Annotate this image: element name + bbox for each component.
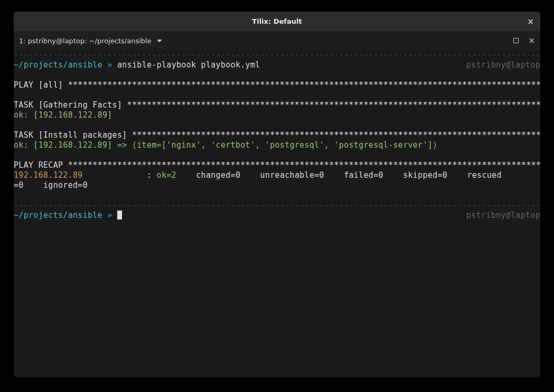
prompt-userhost: pstribny@laptop [466,60,540,70]
terminal-window: Tilix: Default × 1: pstribny@laptop: ~/p… [14,12,540,377]
ok-gathering: ok: [192.168.122.89] [14,110,540,120]
window-titlebar[interactable]: Tilix: Default × [14,12,540,31]
blank-line [14,70,540,80]
prompt-line-1: ~/projects/ansible » ansible-playbook pl… [14,60,540,70]
task-install-header: TASK [Install packages] ****************… [14,130,540,140]
recap-host: 192.168.122.89 [14,170,83,180]
chevron-down-icon[interactable] [157,40,162,42]
ok-install: ok: [192.168.122.89] => (item=['nginx', … [14,140,540,150]
command-text: ansible-playbook playbook.yml [117,60,260,70]
recap-header: PLAY RECAP *****************************… [14,160,540,170]
tab-title-text: 1: pstribny@laptop: ~/projects/ansible [19,37,152,45]
window-title: Tilix: Default [252,17,302,25]
prompt-line-2: ~/projects/ansible » pstribny@laptop [14,211,540,221]
terminal-content[interactable]: ----------------------------------------… [14,50,540,377]
tab-bar: 1: pstribny@laptop: ~/projects/ansible × [14,31,540,50]
separator-line: ----------------------------------------… [14,50,540,60]
blank-line [14,190,540,200]
prompt-path: ~/projects/ansible [14,60,102,70]
tab-close-icon[interactable]: × [528,37,535,45]
blank-line [14,120,540,130]
blank-line [14,150,540,160]
cursor-block [117,211,122,219]
blank-line [14,90,540,100]
tab-controls: × [513,37,535,45]
tab[interactable]: 1: pstribny@laptop: ~/projects/ansible [19,37,162,45]
prompt-path: ~/projects/ansible [14,211,102,220]
recap-stats-1: changed=0 unreachable=0 failed=0 skipped… [191,170,502,180]
recap-stats-2: =0 ignored=0 [14,180,540,190]
maximize-icon[interactable] [513,38,519,43]
recap-colon: : [83,170,157,180]
prompt-separator: » [107,60,112,70]
prompt-separator: » [107,211,112,220]
window-close-icon[interactable]: × [527,17,534,25]
prompt-userhost: pstribny@laptop [466,211,540,221]
recap-line: 192.168.122.89 : ok=2 changed=0 unreacha… [14,170,540,180]
play-header: PLAY [all] *****************************… [14,80,540,90]
separator-line: ----------------------------------------… [14,200,540,211]
recap-ok: ok=2 [157,170,191,180]
task-gathering-header: TASK [Gathering Facts] *****************… [14,100,540,110]
